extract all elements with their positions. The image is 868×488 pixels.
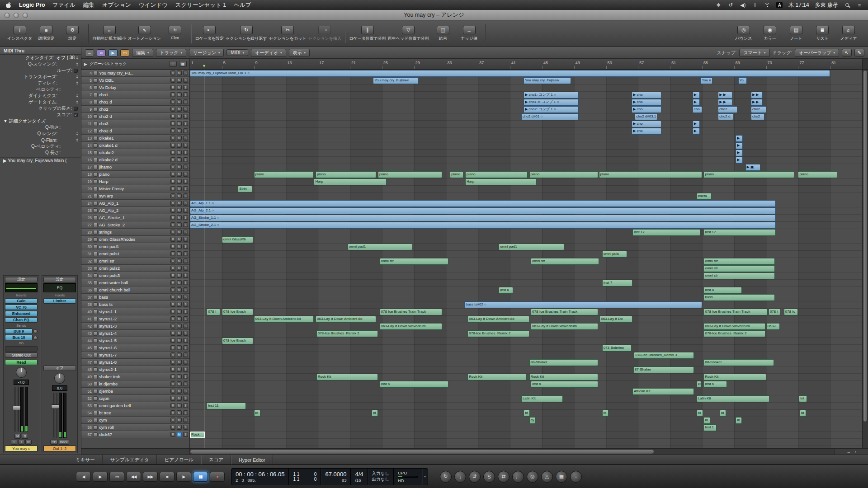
insert-slot[interactable]: Gain <box>5 298 38 304</box>
solo-button[interactable]: S <box>183 208 188 213</box>
cut-section-button[interactable]: ✂セクションをカット <box>269 26 307 42</box>
region[interactable]: In <box>736 417 742 424</box>
region[interactable]: ▶ ▶ <box>751 99 763 106</box>
mute-button[interactable]: M <box>177 143 182 148</box>
more-button[interactable]: ≡ <box>570 471 582 483</box>
automation-mode-button[interactable]: Read <box>5 360 38 365</box>
solo-button[interactable]: S <box>183 107 188 112</box>
track-header-row[interactable]: 21syn arpRMS <box>81 192 189 200</box>
rewind-button[interactable]: ◀◀ <box>126 472 141 482</box>
solo-button[interactable]: S <box>183 114 188 119</box>
mute-button[interactable]: M <box>177 374 182 379</box>
solo-button[interactable]: S <box>183 143 188 148</box>
lcd-signature[interactable]: 4/4/16 <box>351 469 368 485</box>
notification-icon[interactable]: ≡ <box>856 2 863 8</box>
tuner-button[interactable]: △ <box>541 471 553 483</box>
track-header-row[interactable]: 4You may cry_Fu...RMS <box>81 70 189 77</box>
record-enable-button[interactable]: R <box>170 324 175 328</box>
region[interactable]: omni str <box>380 258 448 265</box>
merge-button[interactable]: ◫結合 <box>431 26 455 42</box>
mute-button[interactable]: M <box>177 410 182 415</box>
solo-button[interactable]: S <box>183 121 188 126</box>
region[interactable]: 078-Ice Brush <box>222 309 253 315</box>
goto-end-button[interactable]: ▶ <box>93 472 108 482</box>
solo-button[interactable]: S <box>183 164 188 169</box>
send-level-knob[interactable] <box>33 336 38 340</box>
inspector-param-row[interactable]: トランスポーズ:▴▾ <box>0 74 81 80</box>
region[interactable]: 063-Lay It Down Wavedrum <box>380 323 442 330</box>
region[interactable]: AG_Alp_2.1 ○ <box>190 207 776 214</box>
region[interactable]: bt <box>800 410 806 417</box>
record-enable-button[interactable]: R <box>170 201 175 206</box>
record-enable-button[interactable]: R <box>170 280 175 285</box>
region[interactable]: 88-Shaker <box>703 359 774 366</box>
track-header-row[interactable]: 44styrus1-5RMS <box>81 337 189 344</box>
record-enable-button[interactable]: R <box>170 389 175 394</box>
record-enable-button[interactable]: R <box>170 222 175 227</box>
colors-button[interactable]: ◉カラー <box>758 26 782 42</box>
region[interactable]: Inst 7 <box>602 280 632 286</box>
track-header-row[interactable]: 35omni water ballRMS <box>81 279 189 286</box>
solo-button[interactable]: S <box>183 136 188 141</box>
record-enable-button[interactable]: R <box>170 193 175 198</box>
region-parameters-header[interactable]: ▶ You may cry_Fujisawa Main ( <box>0 157 81 164</box>
track-header-row[interactable]: 15oikake2RMS <box>81 149 189 156</box>
menubar-clock[interactable]: 木 17:14 <box>788 1 809 9</box>
solo-button[interactable]: S <box>183 99 188 104</box>
param-checkbox[interactable] <box>74 107 78 111</box>
fader-handle[interactable] <box>51 404 59 409</box>
solo-button[interactable]: S <box>183 410 188 415</box>
region[interactable]: Strin <box>238 186 252 192</box>
arrange-menu[interactable]: 表示▾ <box>289 49 310 57</box>
menubar-item[interactable]: ファイル <box>52 1 75 9</box>
record-enable-button[interactable]: R <box>170 121 175 126</box>
param-stepper[interactable]: ▴▾ <box>76 94 78 98</box>
wifi-icon[interactable] <box>764 3 770 8</box>
region[interactable]: kt <box>697 381 702 388</box>
region[interactable]: 078-Ice Brushes_Remix 3 <box>634 352 694 359</box>
inspector-param-row[interactable]: ダイナミクス:▴▾ <box>0 93 81 99</box>
mute-button[interactable]: M <box>177 418 182 422</box>
track-header-row[interactable]: 29omni GlassRhodesRMS <box>81 236 189 243</box>
menubar-user[interactable]: 多東 康孝 <box>815 1 838 9</box>
record-enable-button[interactable]: R <box>170 432 175 437</box>
settings-button[interactable]: ⚙設定 <box>60 26 85 42</box>
autopunch-button[interactable]: ↓ <box>454 471 466 483</box>
track-header-row[interactable]: 36omni church bellRMS <box>81 286 189 294</box>
inspector-param-row[interactable]: ループ: <box>0 67 81 74</box>
mute-button[interactable]: M <box>177 99 182 104</box>
region[interactable]: 078-Ic <box>784 309 798 315</box>
inspector-param-row[interactable]: Q-スウィング:▴▾ <box>0 61 81 67</box>
region[interactable]: Rock Kit <box>703 374 766 380</box>
media-button[interactable]: ♬メディア <box>836 26 861 42</box>
window-titlebar[interactable]: You may cry – アレンジ <box>0 10 868 21</box>
strip-mini-button[interactable]: ○ <box>11 440 17 445</box>
input-source-icon[interactable]: A <box>776 2 783 8</box>
vertical-scrollbar-thumb[interactable] <box>863 70 868 422</box>
mute-button[interactable]: M <box>177 280 182 285</box>
region[interactable]: cho <box>693 106 702 113</box>
solo-button[interactable]: S <box>183 186 188 191</box>
insert-slot[interactable]: Enhanced <box>5 311 38 316</box>
region[interactable]: ▶ <box>693 128 700 135</box>
vertical-scrollbar[interactable] <box>862 70 868 448</box>
region[interactable]: piano <box>254 171 314 178</box>
auto-zoom-button[interactable]: ⇔自動的に拡大/縮小 <box>92 26 126 42</box>
inspector-param-row[interactable]: ▼ 詳細クオンタイズ <box>0 118 81 124</box>
param-stepper[interactable]: ▴▾ <box>76 75 78 79</box>
mute-button[interactable]: M <box>177 237 182 242</box>
solo-button[interactable]: S <box>183 389 188 394</box>
mute-button[interactable]: M <box>177 157 182 162</box>
region[interactable]: 063-Lay It Down Ambient 8d <box>316 316 377 323</box>
solo-button[interactable]: S <box>183 172 188 177</box>
mute-button[interactable]: M <box>177 295 182 300</box>
region[interactable]: Int <box>799 395 807 402</box>
horizontal-scrollbar-thumb[interactable] <box>190 449 654 454</box>
mute-button[interactable]: M <box>177 121 182 126</box>
record-enable-button[interactable]: R <box>170 150 175 155</box>
region[interactable]: bass ts#02 ○ <box>464 301 702 308</box>
region[interactable]: ▶ cho <box>632 99 661 106</box>
h-zoom-slider[interactable]: ↔ <box>847 450 851 454</box>
hierarchy-icon[interactable]: ← <box>85 49 94 56</box>
eq-thumbnail[interactable]: EQ <box>43 283 76 292</box>
